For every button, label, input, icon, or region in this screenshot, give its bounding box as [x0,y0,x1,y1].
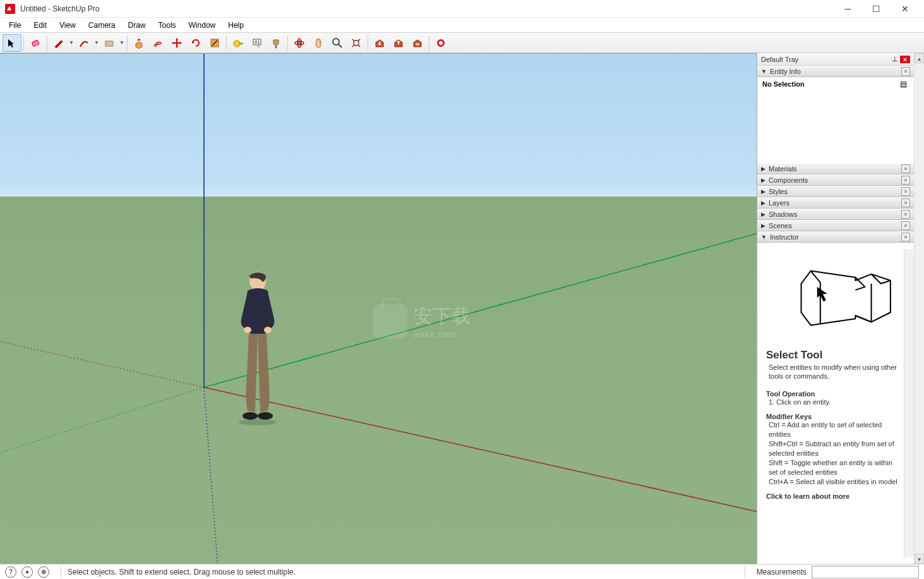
expand-icon: ▼ [761,68,767,75]
svg-point-7 [275,46,277,48]
menu-bar: File Edit View Camera Draw Tools Window … [0,18,924,33]
paint-tool-button[interactable] [267,34,285,52]
extension-warehouse-button[interactable] [431,34,450,52]
menu-view[interactable]: View [53,18,82,32]
panel-close-icon[interactable]: × [901,221,910,230]
panel-close-icon[interactable]: × [901,176,910,185]
panel-close-icon[interactable]: × [901,187,910,196]
pencil-dropdown[interactable]: ▼ [68,40,75,46]
instructor-scrollbar[interactable] [904,249,914,558]
panel-scenes[interactable]: ▶Scenes× [757,220,914,231]
pencil-tool-button[interactable] [49,34,68,52]
scale-tool-button[interactable] [205,34,224,52]
zoom-extents-button[interactable] [347,34,366,52]
tray-scrollbar[interactable]: ▴ ▾ [914,53,924,564]
zoom-tool-button[interactable] [328,34,347,52]
watermark: 安下载 anxz.com [373,303,471,339]
user-icon[interactable]: ● [21,566,33,578]
instructor-mod-text: Ctrl = Add an entity to set of selected … [766,420,900,486]
instructor-op-text: 1. Click on an entity. [766,398,900,407]
svg-point-15 [439,41,443,45]
svg-line-21 [0,341,204,387]
svg-point-27 [239,419,277,425]
viewport[interactable]: 安下载 anxz.com [0,53,757,564]
arc-dropdown[interactable]: ▼ [93,40,100,46]
offset-tool-button[interactable] [148,34,167,52]
pushpull-tool-button[interactable] [129,34,148,52]
svg-point-23 [244,327,251,333]
svg-point-8 [297,41,301,45]
svg-rect-1 [105,41,113,46]
pin-icon[interactable]: ⊥ [890,55,900,63]
svg-rect-13 [416,43,419,46]
default-tray: Default Tray ⊥ × ▼ Entity Info × No Sele… [757,53,924,564]
help-icon[interactable]: ? [5,566,16,578]
warehouse-get-button[interactable] [370,34,389,52]
entity-detail-icon[interactable]: ▤ [900,80,909,88]
svg-point-11 [333,39,339,45]
menu-camera[interactable]: Camera [82,18,122,32]
instructor-content: Select Tool Select entities to modify wh… [757,243,914,564]
instructor-tool-desc: Select entities to modify when using oth… [766,363,900,381]
instructor-illustration [766,249,900,344]
title-bar: Untitled - SketchUp Pro ─ ☐ ✕ [0,0,924,18]
instructor-op-title: Tool Operation [766,390,900,398]
panel-materials[interactable]: ▶Materials× [757,163,914,174]
instructor-mod-title: Modifier Keys [766,413,900,420]
text-tool-button[interactable]: A1 [248,34,267,52]
instructor-more-link[interactable]: Click to learn about more [766,492,900,500]
menu-file[interactable]: File [3,18,27,32]
svg-rect-0 [32,40,39,47]
measurements-input[interactable] [812,566,919,578]
tray-title: Default Tray [761,56,890,63]
panel-close-icon[interactable]: × [901,210,910,219]
toolbar: ▼ ▼ ▼ A1 [0,33,924,53]
warehouse-share-button[interactable] [389,34,408,52]
panel-instructor[interactable]: ▼Instructor× [757,231,914,243]
svg-text:A1: A1 [255,40,260,44]
panel-styles[interactable]: ▶Styles× [757,186,914,197]
selection-status: No Selection [762,80,900,88]
warehouse-manage-button[interactable] [408,34,427,52]
window-title: Untitled - SketchUp Pro [20,4,834,13]
tray-header[interactable]: Default Tray ⊥ × [757,53,914,66]
svg-point-25 [243,412,258,420]
measurements-label: Measurements [752,568,812,576]
menu-tools[interactable]: Tools [152,18,183,32]
panel-entity-info[interactable]: ▼ Entity Info × [757,66,914,77]
status-hint: Select objects. Shift to extend select. … [68,568,738,576]
geo-icon[interactable]: ⊕ [38,566,49,578]
menu-draw[interactable]: Draw [122,18,152,32]
orbit-tool-button[interactable] [290,34,309,52]
eraser-tool-button[interactable] [26,34,45,52]
svg-line-20 [204,387,757,512]
move-tool-button[interactable] [167,34,186,52]
menu-edit[interactable]: Edit [27,18,53,32]
panel-close-icon[interactable]: × [901,67,910,76]
rectangle-dropdown[interactable]: ▼ [119,40,125,46]
minimize-button[interactable]: ─ [834,0,862,18]
rectangle-tool-button[interactable] [100,34,119,52]
tray-close-button[interactable]: × [900,56,910,63]
panel-close-icon[interactable]: × [901,233,910,241]
panel-shadows[interactable]: ▶Shadows× [757,209,914,220]
app-icon [5,4,15,14]
svg-line-18 [204,234,757,387]
panel-layers[interactable]: ▶Layers× [757,197,914,209]
close-button[interactable]: ✕ [891,0,919,18]
menu-window[interactable]: Window [183,18,222,32]
svg-line-19 [0,387,204,453]
instructor-tool-name: Select Tool [766,349,900,362]
tape-tool-button[interactable] [229,34,248,52]
rotate-tool-button[interactable] [186,34,205,52]
svg-point-24 [264,327,272,333]
svg-point-26 [258,412,273,420]
panel-close-icon[interactable]: × [901,198,910,207]
pan-tool-button[interactable] [309,34,328,52]
select-tool-button[interactable] [3,34,21,52]
panel-close-icon[interactable]: × [901,164,910,173]
panel-components[interactable]: ▶Components× [757,174,914,186]
arc-tool-button[interactable] [75,34,93,52]
menu-help[interactable]: Help [222,18,250,32]
maximize-button[interactable]: ☐ [862,0,891,18]
